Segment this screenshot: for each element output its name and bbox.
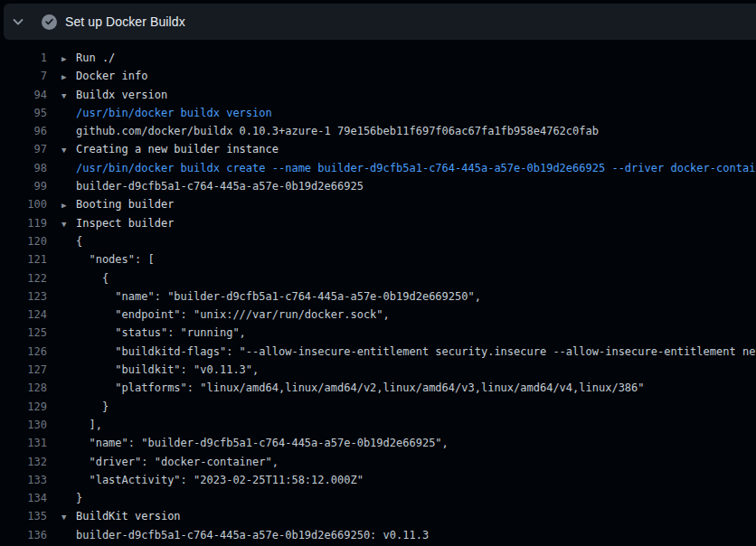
log-text-output: "buildkitd-flags": "--allow-insecure-ent…	[76, 343, 756, 361]
log-line: 127 "buildkit": "v0.11.3",	[0, 361, 756, 379]
log-lines-container: 1▶Run ./7▶Docker info94▼Buildx version95…	[0, 42, 756, 546]
log-text-output: builder-d9cfb5a1-c764-445a-a57e-0b19d2e6…	[76, 526, 429, 544]
line-number[interactable]: 96	[0, 122, 47, 140]
log-line: 1▶Run ./	[0, 49, 756, 67]
log-text-output: github.com/docker/buildx 0.10.3+azure-1 …	[76, 122, 599, 140]
log-line: 122 {	[0, 269, 756, 287]
line-number[interactable]: 125	[0, 324, 47, 342]
log-text-output: "name": "builder-d9cfb5a1-c764-445a-a57e…	[76, 434, 449, 452]
log-line: 95/usr/bin/docker buildx version	[0, 104, 756, 122]
log-line: 119▼Inspect builder	[0, 214, 756, 232]
log-text-output: "platforms": "linux/amd64,linux/amd64/v2…	[76, 379, 645, 397]
chevron-down-icon[interactable]	[4, 4, 33, 40]
group-expand-icon[interactable]: ▶	[61, 68, 76, 86]
log-text-command: /usr/bin/docker buildx create --name bui…	[76, 159, 756, 177]
log-text-output: }	[76, 489, 82, 507]
line-number[interactable]: 1	[0, 49, 47, 67]
log-text-output: "status": "running",	[76, 324, 246, 342]
log-line: 123 "name": "builder-d9cfb5a1-c764-445a-…	[0, 287, 756, 306]
group-collapse-icon[interactable]: ▼	[61, 141, 76, 159]
log-line: 124 "endpoint": "unix:///var/run/docker.…	[0, 306, 756, 324]
log-line: 98/usr/bin/docker buildx create --name b…	[0, 159, 756, 177]
line-number[interactable]: 95	[0, 104, 47, 122]
line-number[interactable]: 94	[0, 86, 47, 104]
log-text-output: "lastActivity": "2023-02-25T11:58:12.000…	[76, 471, 364, 489]
log-line: 96github.com/docker/buildx 0.10.3+azure-…	[0, 122, 756, 140]
step-title: Set up Docker Buildx	[65, 14, 185, 29]
log-line: 7▶Docker info	[0, 67, 756, 85]
group-expand-icon[interactable]: ▶	[61, 196, 76, 214]
line-number[interactable]: 100	[0, 195, 47, 213]
line-number[interactable]: 135	[0, 507, 47, 525]
group-title[interactable]: Docker info	[76, 67, 147, 85]
line-number[interactable]: 127	[0, 361, 47, 379]
log-text-command: /usr/bin/docker buildx version	[76, 104, 272, 122]
log-text-output: "buildkit": "v0.11.3",	[76, 361, 259, 379]
log-line: 134}	[0, 489, 756, 507]
log-line: 97▼Creating a new builder instance	[0, 140, 756, 158]
log-line: 100▶Booting builder	[0, 195, 756, 213]
line-number[interactable]: 119	[0, 214, 47, 232]
line-number[interactable]: 134	[0, 489, 47, 507]
group-title[interactable]: Buildx version	[76, 86, 167, 104]
line-number[interactable]: 97	[0, 140, 47, 158]
log-line: 94▼Buildx version	[0, 86, 756, 104]
log-line: 136builder-d9cfb5a1-c764-445a-a57e-0b19d…	[0, 526, 756, 544]
check-circle-icon	[33, 4, 65, 40]
log-text-output: }	[76, 398, 109, 416]
line-number[interactable]: 129	[0, 398, 47, 416]
group-expand-icon[interactable]: ▶	[61, 50, 76, 68]
log-line: 135▼BuildKit version	[0, 507, 756, 525]
log-text-output: "endpoint": "unix:///var/run/docker.sock…	[76, 306, 390, 324]
group-title[interactable]: Creating a new builder instance	[76, 140, 279, 158]
log-line: 129 }	[0, 398, 756, 416]
line-number[interactable]: 99	[0, 177, 47, 195]
log-text-output: {	[76, 269, 109, 287]
log-line: 130 ],	[0, 416, 756, 434]
log-line: 132 "driver": "docker-container",	[0, 453, 756, 471]
log-text-output: {	[76, 232, 82, 250]
line-number[interactable]: 120	[0, 232, 47, 250]
group-title[interactable]: BuildKit version	[76, 507, 181, 525]
group-collapse-icon[interactable]: ▼	[61, 87, 76, 105]
line-number[interactable]: 124	[0, 306, 47, 324]
log-line: 125 "status": "running",	[0, 324, 756, 342]
line-number[interactable]: 123	[0, 287, 47, 306]
line-number[interactable]: 122	[0, 269, 47, 287]
line-number[interactable]: 126	[0, 343, 47, 361]
log-line: 131 "name": "builder-d9cfb5a1-c764-445a-…	[0, 434, 756, 452]
line-number[interactable]: 128	[0, 379, 47, 397]
log-text-output: "nodes": [	[76, 250, 155, 268]
log-line: 99builder-d9cfb5a1-c764-445a-a57e-0b19d2…	[0, 177, 756, 195]
log-text-output: ],	[76, 416, 102, 434]
log-line: 133 "lastActivity": "2023-02-25T11:58:12…	[0, 471, 756, 489]
log-line: 120{	[0, 232, 756, 250]
log-text-output: "name": "builder-d9cfb5a1-c764-445a-a57e…	[76, 287, 481, 306]
log-line: 126 "buildkitd-flags": "--allow-insecure…	[0, 343, 756, 361]
step-header[interactable]: Set up Docker Buildx	[4, 4, 756, 40]
line-number[interactable]: 133	[0, 471, 47, 489]
line-number[interactable]: 136	[0, 526, 47, 544]
line-number[interactable]: 130	[0, 416, 47, 434]
line-number[interactable]: 131	[0, 434, 47, 452]
line-number[interactable]: 121	[0, 250, 47, 268]
group-title[interactable]: Booting builder	[76, 195, 174, 213]
log-text-output: builder-d9cfb5a1-c764-445a-a57e-0b19d2e6…	[76, 177, 364, 195]
log-text-output: "driver": "docker-container",	[76, 453, 279, 471]
group-title[interactable]: Run ./	[76, 49, 115, 67]
log-viewer: Set up Docker Buildx 1▶Run ./7▶Docker in…	[0, 0, 756, 546]
line-number[interactable]: 98	[0, 159, 47, 177]
log-line: 128 "platforms": "linux/amd64,linux/amd6…	[0, 379, 756, 397]
group-title[interactable]: Inspect builder	[76, 214, 174, 232]
line-number[interactable]: 7	[0, 67, 47, 85]
group-collapse-icon[interactable]: ▼	[61, 508, 76, 526]
line-number[interactable]: 132	[0, 453, 47, 471]
group-collapse-icon[interactable]: ▼	[61, 215, 76, 233]
log-line: 121 "nodes": [	[0, 250, 756, 268]
